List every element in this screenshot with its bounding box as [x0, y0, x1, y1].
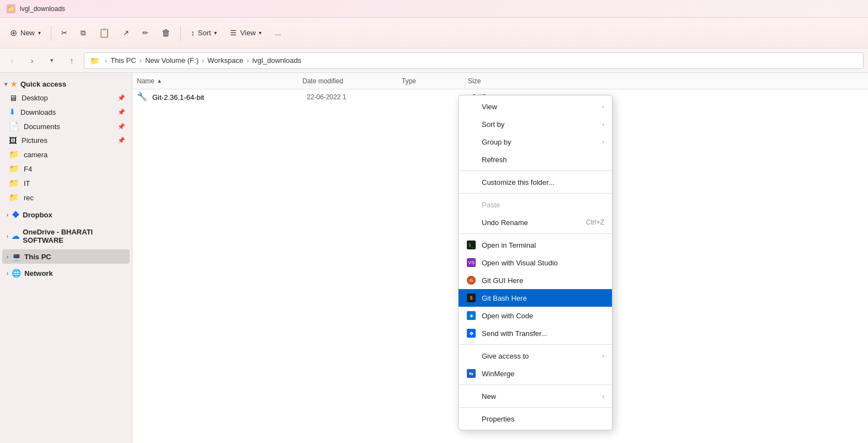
ctx-open-code-label: Open with Code [482, 312, 533, 320]
sidebar-item-pictures[interactable]: 🖼 Pictures 📌 [2, 134, 130, 147]
address-path[interactable]: 📁 › This PC › New Volume (F:) › Workspac… [84, 52, 864, 69]
cut-button[interactable]: ✂ [56, 25, 73, 40]
back-button[interactable]: ‹ [4, 53, 20, 68]
share-button[interactable]: ↗ [118, 25, 135, 40]
ctx-new-label: New [482, 392, 496, 401]
ctx-properties-icon [466, 414, 476, 424]
ctx-refresh-icon [466, 154, 476, 164]
new-chevron-icon: ▾ [38, 30, 41, 36]
onedrive-icon: ☁ [12, 232, 19, 241]
ctx-git-bash[interactable]: $ Git Bash Here [459, 289, 612, 307]
sort-label: Sort [198, 29, 211, 37]
paste-button[interactable]: 📋 [93, 24, 115, 41]
ctx-view[interactable]: View › [459, 98, 612, 115]
ctx-refresh[interactable]: Refresh [459, 151, 612, 168]
sidebar-item-it[interactable]: 📁 IT [2, 176, 130, 190]
view-button[interactable]: ☰ View ▾ [225, 25, 267, 40]
rename-button[interactable]: ✏ [137, 25, 154, 40]
sidebar-item-label-onedrive: OneDrive - BHARATI SOFTWARE [23, 228, 125, 244]
ctx-new-icon [466, 391, 476, 401]
ctx-sort-chevron: › [602, 121, 604, 127]
delete-button[interactable]: 🗑 [156, 25, 176, 41]
ctx-access-chevron: › [602, 353, 604, 359]
toolbar: ⊕ New ▾ ✂ ⧉ 📋 ↗ ✏ 🗑 ↕ Sort ▾ ☰ View ▾ ..… [0, 18, 868, 49]
ctx-sep-4 [459, 344, 612, 345]
pictures-icon: 🖼 [9, 136, 17, 145]
ctx-properties[interactable]: Properties [459, 410, 612, 428]
path-separator-2: › [202, 56, 204, 65]
ctx-open-terminal[interactable]: $_ Open in Terminal [459, 236, 612, 254]
network-chevron-icon: › [7, 270, 8, 276]
sidebar-item-desktop[interactable]: 🖥 Desktop 📌 [2, 91, 130, 105]
delete-icon: 🗑 [162, 28, 171, 38]
sidebar-item-documents[interactable]: 📄 Documents 📌 [2, 119, 130, 134]
ctx-sort-by[interactable]: Sort by › [459, 115, 612, 133]
ctx-paste: Paste [459, 196, 612, 214]
ctx-vs-icon: VS [466, 258, 476, 268]
ctx-git-gui[interactable]: G Git GUI Here [459, 271, 612, 289]
ctx-open-code[interactable]: ◈ Open with Code [459, 307, 612, 324]
sidebar-item-label-it: IT [24, 179, 30, 188]
path-part-1[interactable]: New Volume (F:) [145, 56, 199, 65]
context-menu: View › Sort by › Group by › Refresh Cust [458, 95, 613, 430]
new-button[interactable]: ⊕ New ▾ [4, 24, 46, 41]
file-date-git: 22-06-2022 1 [307, 93, 406, 101]
path-part-0[interactable]: This PC [110, 56, 136, 65]
it-folder-icon: 📁 [9, 178, 19, 188]
col-size-header[interactable]: Size [468, 77, 523, 85]
sidebar-item-dropbox[interactable]: › ❖ Dropbox [2, 207, 130, 223]
path-part-3[interactable]: lvgl_downloads [252, 56, 301, 65]
more-button[interactable]: ... [269, 25, 286, 40]
forward-button[interactable]: › [24, 53, 40, 68]
ctx-customize-icon [466, 177, 476, 187]
ctx-send-transfer[interactable]: ❖ Send with Transfer... [459, 324, 612, 342]
main-layout: ▾ ★ Quick access 🖥 Desktop 📌 ⬇ Downloads… [0, 73, 868, 443]
ctx-access-icon [466, 351, 476, 361]
ctx-winmerge[interactable]: ⇆ WinMerge [459, 365, 612, 382]
ctx-group-icon [466, 137, 476, 147]
sidebar-item-onedrive[interactable]: › ☁ OneDrive - BHARATI SOFTWARE [2, 225, 130, 247]
sidebar-item-label-thispc: This PC [24, 253, 51, 261]
ctx-git-gui-icon: G [466, 275, 476, 285]
ctx-give-access[interactable]: Give access to › [459, 347, 612, 365]
thispc-section: › 💻 This PC [0, 249, 132, 264]
sidebar-item-downloads[interactable]: ⬇ Downloads 📌 [2, 105, 130, 119]
sort-asc-icon: ▲ [157, 78, 162, 84]
col-date-header[interactable]: Date modified [302, 77, 402, 85]
ctx-group-by[interactable]: Group by › [459, 133, 612, 151]
ctx-undo-rename[interactable]: Undo Rename Ctrl+Z [459, 214, 612, 231]
view-icon: ☰ [230, 29, 237, 37]
sidebar: ▾ ★ Quick access 🖥 Desktop 📌 ⬇ Downloads… [0, 73, 132, 443]
paste-icon: 📋 [99, 28, 110, 38]
sidebar-item-camera[interactable]: 📁 camera [2, 147, 130, 162]
sidebar-item-thispc[interactable]: › 💻 This PC [2, 249, 130, 264]
sidebar-item-label-camera: camera [24, 151, 47, 159]
ctx-customize[interactable]: Customize this folder... [459, 173, 612, 191]
up-button[interactable]: ↑ [64, 53, 79, 68]
sidebar-item-rec[interactable]: 📁 rec [2, 190, 130, 205]
sort-button[interactable]: ↕ Sort ▾ [185, 25, 222, 40]
path-part-2[interactable]: Workspace [207, 56, 243, 65]
quick-access-header[interactable]: ▾ ★ Quick access [0, 77, 132, 91]
ctx-winmerge-icon: ⇆ [466, 369, 476, 378]
ctx-sep-6 [459, 407, 612, 408]
rename-icon: ✏ [142, 29, 148, 37]
sidebar-item-f4[interactable]: 📁 F4 [2, 162, 130, 176]
path-separator-0: › [105, 56, 107, 65]
ctx-git-bash-icon: $ [466, 293, 476, 303]
col-type-header[interactable]: Type [402, 77, 468, 85]
window-title: lvgl_downloads [20, 5, 65, 13]
col-date-label: Date modified [302, 77, 343, 85]
ctx-paste-icon [466, 200, 476, 210]
ctx-paste-label: Paste [482, 201, 500, 209]
col-name-header[interactable]: Name ▲ [137, 77, 302, 85]
quick-access-label: Quick access [20, 80, 66, 88]
recent-locations-button[interactable]: ▾ [44, 53, 60, 68]
ctx-sep-3 [459, 233, 612, 234]
copy-button[interactable]: ⧉ [75, 25, 91, 41]
sidebar-item-network[interactable]: › 🌐 Network [2, 266, 130, 280]
sidebar-item-label-pictures: Pictures [22, 136, 47, 145]
ctx-group-chevron: › [602, 138, 604, 145]
ctx-new[interactable]: New › [459, 387, 612, 405]
ctx-open-vs[interactable]: VS Open with Visual Studio [459, 254, 612, 271]
